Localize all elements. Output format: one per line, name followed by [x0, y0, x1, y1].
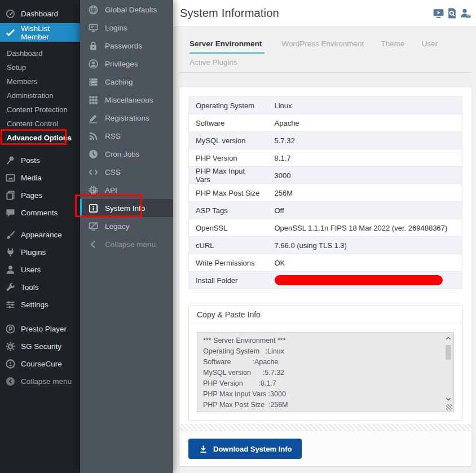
sidebar-item-advanced-options[interactable]: Advanced Options — [0, 131, 80, 145]
wlm-item-system-info[interactable]: System Info — [80, 199, 173, 217]
download-button-label: Download System Info — [213, 445, 292, 453]
sidebar-item-tools[interactable]: Tools — [0, 279, 80, 296]
system-info-textarea[interactable]: *** Server Environment *** Operating Sys… — [197, 332, 454, 412]
video-tutorials-icon[interactable] — [433, 7, 444, 19]
tab-theme[interactable]: Theme — [381, 35, 404, 54]
sidebar-item-administration[interactable]: Administration — [0, 89, 80, 103]
sidebar-item-dashboard[interactable]: Dashboard — [0, 46, 80, 60]
sidebar-item-label: CourseCure — [21, 360, 62, 368]
footer-divider-pattern — [179, 424, 471, 431]
sidebar-item-dashboard[interactable]: Dashboard — [0, 5, 80, 23]
wlm-item-api[interactable]: API — [80, 181, 173, 199]
wlm-item-global-defaults[interactable]: Global Defaults — [80, 1, 173, 19]
row-label: cURL — [189, 237, 268, 254]
resize-grip-icon[interactable] — [446, 404, 452, 410]
scroll-up-icon[interactable] — [445, 335, 452, 342]
sidebar-item-label: Dashboard — [21, 10, 58, 18]
scroll-down-icon[interactable] — [445, 396, 452, 403]
sidebar-item-label: Administration — [7, 91, 53, 100]
row-value — [268, 272, 462, 289]
wlm-item-passwords[interactable]: Passwords — [80, 37, 173, 55]
wlm-item-registrations[interactable]: Registrations — [80, 109, 173, 127]
wlm-item-legacy[interactable]: Legacy — [80, 217, 173, 235]
wlm-item-collapse-menu[interactable]: Collapse menu — [80, 235, 173, 253]
wlm-item-label: Registrations — [105, 114, 149, 122]
globe-icon — [88, 5, 99, 15]
row-value: 256M — [268, 184, 462, 202]
sidebar-item-pages[interactable]: Pages — [0, 187, 80, 204]
sidebar-item-content-protection[interactable]: Content Protection — [0, 103, 80, 117]
sidebar-item-users[interactable]: Users — [0, 261, 80, 279]
row-label: Software — [189, 114, 268, 132]
presto-player-icon — [5, 324, 16, 334]
row-value: Apache — [268, 114, 462, 132]
pages-icon — [5, 190, 16, 201]
download-system-info-button[interactable]: Download System Info — [188, 439, 302, 459]
sidebar-item-label: SG Security — [21, 342, 61, 351]
sidebar-item-label: Media — [21, 174, 42, 182]
sidebar-item-coursecure[interactable]: CourseCure — [0, 355, 80, 373]
legacy-monitor-icon — [88, 221, 99, 232]
wlm-item-caching[interactable]: Caching — [80, 73, 173, 91]
media-icon — [5, 173, 16, 183]
sidebar-item-presto-player[interactable]: Presto Player — [0, 320, 80, 338]
sidebar-item-content-control[interactable]: Content Control — [0, 117, 80, 131]
sidebar-item-label: Dashboard — [7, 49, 43, 58]
sidebar-item-plugins[interactable]: Plugins — [0, 244, 80, 261]
sidebar-item-sg-security[interactable]: SG Security — [0, 338, 80, 355]
comment-icon — [5, 207, 16, 218]
pencil-icon — [88, 113, 99, 123]
table-row: Install Folder — [189, 272, 462, 289]
sidebar-item-label: Posts — [21, 156, 40, 165]
sidebar-item-collapse-menu[interactable]: Collapse menu — [0, 373, 80, 390]
coursecure-icon — [5, 359, 16, 369]
search-docs-icon[interactable] — [446, 7, 458, 19]
copy-paste-panel: Copy & Paste Info *** Server Environment… — [188, 305, 462, 421]
sidebar-item-label: Setup — [7, 63, 26, 72]
wrench-icon — [5, 282, 16, 293]
sidebar-item-wishlist-member[interactable]: WishList Member — [0, 23, 80, 42]
sidebar-item-settings[interactable]: Settings — [0, 296, 80, 313]
user-circle-icon — [88, 59, 99, 69]
sidebar-item-posts[interactable]: Posts — [0, 152, 80, 169]
wlm-submenu-panel: Global DefaultsLoginsPasswordsPrivileges… — [80, 0, 173, 473]
dashboard-gauge-icon — [5, 8, 16, 19]
row-label: ASP Tags — [189, 202, 268, 219]
scrollbar-thumb[interactable] — [446, 345, 451, 360]
sidebar-item-comments[interactable]: Comments — [0, 204, 80, 222]
wlm-item-rss[interactable]: RSS — [80, 127, 173, 145]
row-value: Off — [268, 202, 462, 219]
server-stack-icon — [88, 77, 99, 87]
wlm-item-privileges[interactable]: Privileges — [80, 55, 173, 73]
page-title: System Information — [180, 7, 431, 20]
row-label: Write Permissions — [189, 254, 268, 272]
wlm-item-label: CSS — [105, 168, 121, 176]
system-info-card: Operating SystemLinuxSoftwareApacheMySQL… — [179, 87, 471, 466]
tab-server-environment[interactable]: Server Environment — [189, 35, 265, 54]
tab-user[interactable]: User — [421, 35, 438, 54]
table-row: OpenSSLOpenSSL 1.1.1n FIPS 18 Mar 2022 (… — [189, 219, 462, 237]
row-label: PHP Max Post Size — [189, 184, 268, 202]
wlm-item-label: Global Defaults — [105, 6, 157, 14]
sidebar-item-setup[interactable]: Setup — [0, 60, 80, 74]
tab-label: WordPress Environment — [281, 39, 364, 48]
sidebar-item-label: Presto Player — [21, 325, 67, 333]
rss-icon — [88, 131, 99, 142]
tab-wordpress-environment[interactable]: WordPress Environment — [281, 35, 364, 54]
wlm-item-label: Caching — [105, 78, 133, 86]
wlm-item-cron-jobs[interactable]: Cron Jobs — [80, 145, 173, 163]
contact-support-icon[interactable] — [460, 7, 471, 19]
row-label: MySQL version — [189, 132, 268, 149]
row-value: 8.1.7 — [268, 149, 462, 167]
wlm-item-label: System Info — [105, 204, 145, 213]
tab-active-plugins[interactable]: Active Plugins — [189, 54, 237, 72]
sidebar-item-members[interactable]: Members — [0, 74, 80, 89]
wishlist-member-submenu: DashboardSetupMembersAdministrationConte… — [0, 46, 80, 145]
sidebar-item-appearance[interactable]: Appearance — [0, 226, 80, 244]
tab-label: Server Environment — [189, 39, 262, 48]
row-label: OpenSSL — [189, 219, 268, 237]
wlm-item-logins[interactable]: Logins — [80, 19, 173, 37]
sidebar-item-media[interactable]: Media — [0, 169, 80, 187]
wlm-item-miscellaneous[interactable]: Miscellaneous — [80, 91, 173, 109]
wlm-item-css[interactable]: CSS — [80, 163, 173, 181]
